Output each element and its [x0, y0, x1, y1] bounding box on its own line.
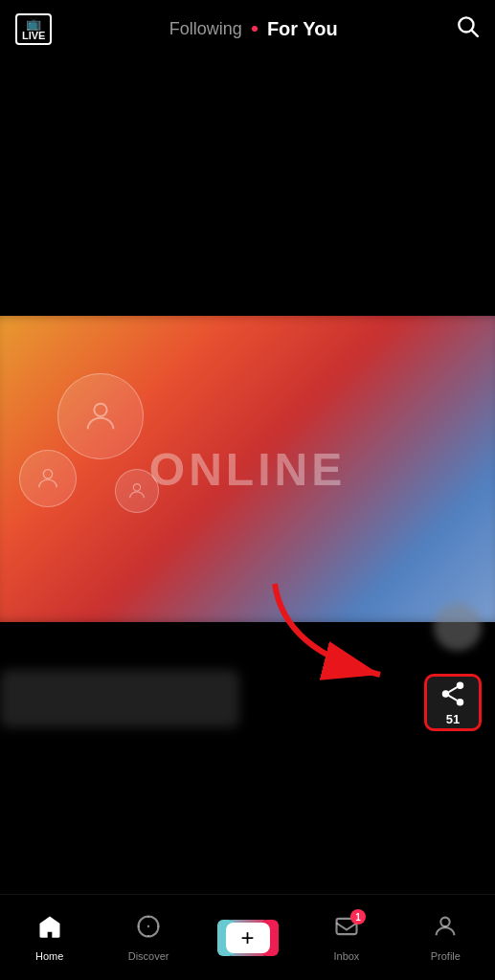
profile-blur [0, 670, 239, 727]
tab-for-you[interactable]: For You [267, 18, 338, 40]
create-button[interactable]: + [223, 920, 273, 956]
svg-point-3 [43, 470, 52, 479]
black-bottom-area [0, 622, 495, 842]
tv-icon: 📺 [26, 17, 41, 30]
nav-item-create[interactable]: + [198, 920, 297, 956]
inbox-wrapper: 1 [333, 913, 360, 947]
svg-point-2 [94, 404, 106, 416]
video-area[interactable]: ONLINE [0, 316, 495, 622]
plus-icon-container: + [226, 923, 270, 953]
inbox-label: Inbox [333, 950, 359, 962]
content-area: ONLINE [0, 57, 495, 894]
home-label: Home [35, 950, 63, 962]
nav-dot [252, 26, 258, 32]
svg-point-7 [147, 925, 149, 927]
share-button-container: 51 [424, 674, 482, 731]
share-button[interactable]: 51 [424, 674, 482, 731]
avatar-circle-3 [115, 469, 159, 513]
avatar-circle-1 [57, 373, 144, 459]
profile-icon [432, 913, 459, 947]
top-nav: 📺 LIVE Following For You [0, 0, 495, 57]
nav-item-inbox[interactable]: 1 Inbox [297, 913, 395, 962]
live-badge[interactable]: 📺 LIVE [15, 13, 52, 45]
share-count: 51 [446, 712, 460, 726]
plus-icon: + [241, 926, 255, 949]
discover-icon [135, 913, 162, 947]
bottom-nav: Home Discover + 1 [0, 894, 495, 980]
svg-point-4 [133, 484, 140, 491]
avatar-overlay [0, 316, 495, 622]
nav-item-profile[interactable]: Profile [396, 913, 495, 962]
nav-item-home[interactable]: Home [0, 913, 99, 962]
search-button[interactable] [455, 13, 480, 44]
svg-point-9 [441, 918, 450, 926]
tab-following[interactable]: Following [169, 19, 242, 39]
home-icon [36, 913, 63, 947]
black-top-area [0, 57, 495, 316]
inbox-badge: 1 [350, 909, 366, 924]
nav-tabs: Following For You [169, 18, 338, 40]
profile-label: Profile [431, 950, 461, 962]
discover-label: Discover [128, 950, 169, 962]
live-label: LIVE [22, 31, 45, 41]
profile-avatar-blur [434, 603, 482, 651]
avatar-circle-2 [19, 450, 77, 507]
nav-item-discover[interactable]: Discover [99, 913, 197, 962]
svg-line-1 [472, 31, 478, 36]
